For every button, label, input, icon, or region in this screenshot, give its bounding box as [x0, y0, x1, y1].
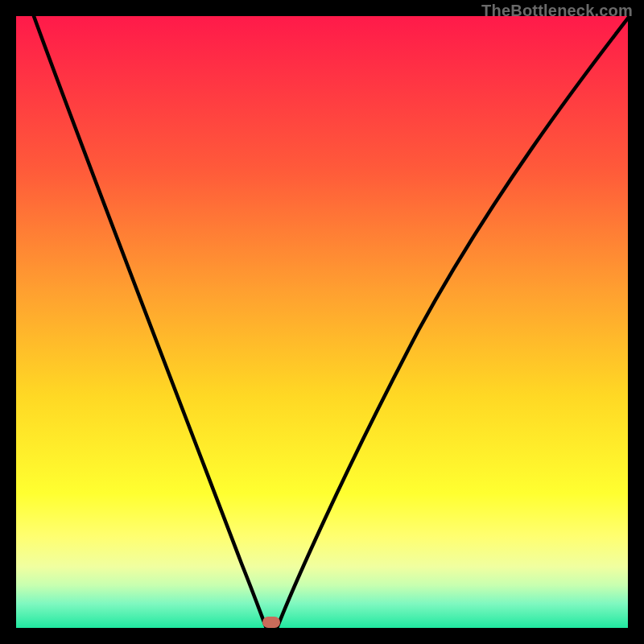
- plot-area: [16, 16, 628, 628]
- chart-frame: TheBottleneck.com: [0, 0, 644, 644]
- optimum-marker: [262, 617, 280, 628]
- watermark-text: TheBottleneck.com: [481, 2, 633, 20]
